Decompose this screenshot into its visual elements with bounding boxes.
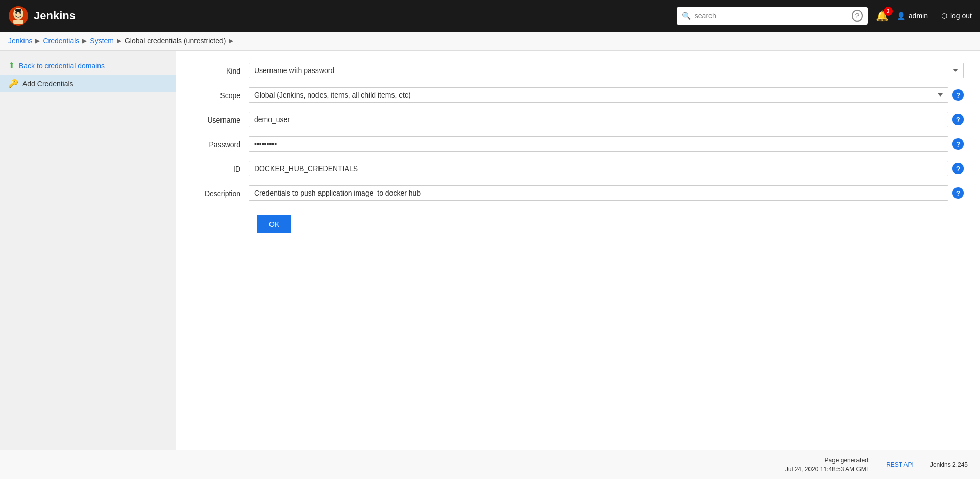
ok-button[interactable]: OK	[257, 215, 291, 233]
rest-api-link[interactable]: REST API	[886, 461, 914, 468]
description-label: Description	[192, 185, 249, 198]
page-generated-label: Page generated:	[824, 457, 870, 464]
scope-help-button[interactable]: ?	[952, 89, 964, 101]
svg-rect-4	[15, 9, 21, 12]
username-input[interactable]	[249, 112, 948, 127]
ok-button-row: OK	[192, 210, 964, 233]
jenkins-version-label: Jenkins 2.245	[930, 461, 968, 468]
logout-area[interactable]: ⬡ log out	[941, 12, 972, 20]
id-input[interactable]	[249, 161, 948, 176]
breadcrumb-sep-2: ▶	[82, 37, 87, 44]
user-name-label: admin	[909, 12, 928, 20]
logout-icon: ⬡	[941, 12, 947, 20]
breadcrumb-sep-4: ▶	[229, 37, 233, 44]
logout-label: log out	[950, 12, 972, 20]
main-layout: ⬆ Back to credential domains 🔑 Add Crede…	[0, 51, 980, 450]
app-title: Jenkins	[34, 9, 76, 22]
id-label: ID	[192, 161, 249, 173]
breadcrumb-credentials[interactable]: Credentials	[43, 37, 79, 45]
description-input[interactable]	[249, 185, 948, 201]
user-area[interactable]: 👤 admin	[897, 12, 928, 20]
description-field-container: ?	[249, 185, 964, 201]
username-label: Username	[192, 112, 249, 124]
id-help-button[interactable]: ?	[952, 163, 964, 174]
scope-select-wrapper: Global (Jenkins, nodes, items, all child…	[249, 87, 948, 103]
breadcrumb-jenkins[interactable]: Jenkins	[8, 37, 32, 45]
kind-label: Kind	[192, 63, 249, 75]
logo-area: Jenkins	[8, 6, 671, 26]
password-row: Password ?	[192, 136, 964, 152]
header: Jenkins 🔍 ? 🔔 3 👤 admin ⬡ log out	[0, 0, 980, 32]
kind-select[interactable]: Username with password Secret text SSH U…	[249, 63, 964, 78]
breadcrumb: Jenkins ▶ Credentials ▶ System ▶ Global …	[0, 32, 980, 51]
kind-select-wrapper: Username with password Secret text SSH U…	[249, 63, 964, 78]
notification-area[interactable]: 🔔 3	[876, 10, 889, 22]
breadcrumb-system[interactable]: System	[90, 37, 114, 45]
user-icon: 👤	[897, 12, 905, 20]
kind-field-container: Username with password Secret text SSH U…	[249, 63, 964, 78]
search-help-icon[interactable]: ?	[852, 10, 863, 22]
breadcrumb-global-credentials: Global credentials (unrestricted)	[125, 37, 226, 45]
description-help-button[interactable]: ?	[952, 187, 964, 199]
footer-page-generated: Page generated: Jul 24, 2020 11:48:53 AM…	[785, 456, 870, 474]
description-row: Description ?	[192, 185, 964, 201]
footer: Page generated: Jul 24, 2020 11:48:53 AM…	[0, 450, 980, 479]
page-generated-date: Jul 24, 2020 11:48:53 AM GMT	[785, 466, 870, 473]
sidebar-item-back-to-domains[interactable]: ⬆ Back to credential domains	[0, 57, 176, 75]
notification-badge: 3	[884, 7, 893, 16]
username-help-button[interactable]: ?	[952, 114, 964, 125]
password-help-button[interactable]: ?	[952, 138, 964, 150]
svg-rect-5	[13, 20, 23, 24]
scope-row: Scope Global (Jenkins, nodes, items, all…	[192, 87, 964, 103]
username-field-container: ?	[249, 112, 964, 127]
password-input[interactable]	[249, 136, 948, 152]
scope-field-container: Global (Jenkins, nodes, items, all child…	[249, 87, 964, 103]
search-icon: 🔍	[682, 12, 691, 20]
content-area: Kind Username with password Secret text …	[176, 51, 980, 450]
breadcrumb-sep-1: ▶	[35, 37, 40, 44]
kind-row: Kind Username with password Secret text …	[192, 63, 964, 78]
id-row: ID ?	[192, 161, 964, 176]
sidebar-back-label: Back to credential domains	[19, 62, 105, 70]
header-right: 🔍 ? 🔔 3 👤 admin ⬡ log out	[677, 7, 972, 25]
scope-label: Scope	[192, 87, 249, 100]
svg-point-3	[19, 12, 21, 14]
scope-select[interactable]: Global (Jenkins, nodes, items, all child…	[249, 87, 948, 103]
sidebar: ⬆ Back to credential domains 🔑 Add Crede…	[0, 51, 176, 450]
username-row: Username ?	[192, 112, 964, 127]
sidebar-item-add-credentials[interactable]: 🔑 Add Credentials	[0, 75, 176, 92]
password-label: Password	[192, 136, 249, 149]
id-field-container: ?	[249, 161, 964, 176]
breadcrumb-sep-3: ▶	[117, 37, 121, 44]
search-container: 🔍 ?	[677, 7, 868, 25]
password-field-container: ?	[249, 136, 964, 152]
search-input[interactable]	[695, 12, 848, 20]
key-icon: 🔑	[8, 79, 18, 88]
back-icon: ⬆	[8, 61, 15, 70]
sidebar-add-credentials-label: Add Credentials	[22, 80, 74, 88]
jenkins-logo	[8, 6, 29, 26]
svg-point-2	[15, 12, 17, 14]
